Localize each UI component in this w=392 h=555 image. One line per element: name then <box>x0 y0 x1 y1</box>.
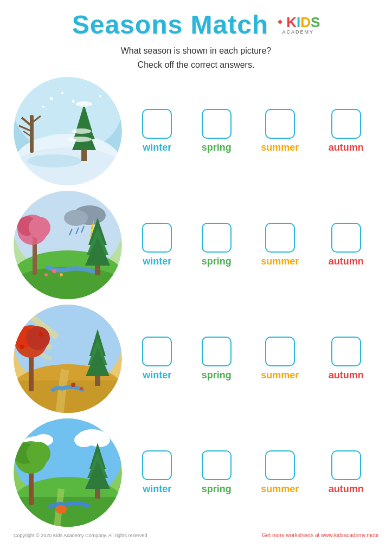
checkbox-summer-3[interactable] <box>265 337 295 366</box>
checkbox-summer-4[interactable] <box>265 450 295 480</box>
label-summer-4: summer <box>261 483 299 495</box>
svg-point-36 <box>52 269 56 273</box>
choice-summer-4: summer <box>261 450 299 495</box>
svg-point-18 <box>72 100 75 103</box>
svg-point-38 <box>44 273 48 276</box>
choice-spring-4: spring <box>202 450 232 495</box>
choice-autumn-3: autumn <box>329 337 364 381</box>
label-autumn-2: autumn <box>329 256 364 267</box>
choice-autumn-1: autumn <box>329 109 364 153</box>
page-title: Seasons Match <box>72 10 268 40</box>
checkbox-summer-2[interactable] <box>265 223 295 253</box>
scene-summer <box>14 418 122 527</box>
label-autumn-1: autumn <box>329 142 364 153</box>
logo-academy-text: ACADEMY <box>282 29 314 35</box>
choices-row-4: winter spring summer autumn <box>122 450 378 495</box>
season-row-3: winter spring summer autumn <box>11 305 381 413</box>
checkbox-spring-1[interactable] <box>202 109 232 139</box>
choice-winter-4: winter <box>142 450 172 495</box>
svg-point-54 <box>20 345 24 349</box>
subtitle: What season is shown in each picture? Ch… <box>11 44 381 72</box>
svg-point-17 <box>61 92 63 94</box>
choice-winter-2: winter <box>142 223 172 267</box>
checkbox-spring-3[interactable] <box>202 337 232 366</box>
season-row-2: winter spring summer autumn <box>11 191 381 299</box>
label-summer-2: summer <box>261 256 299 267</box>
svg-point-53 <box>26 326 50 350</box>
footer-website: Get more worksheets at www.kidsacademy.m… <box>262 532 378 538</box>
svg-point-13 <box>76 101 92 107</box>
label-summer-3: summer <box>261 370 299 381</box>
footer-copyright: Copyright © 2020 Kids Academy Company. A… <box>14 533 147 538</box>
choice-spring-2: spring <box>202 223 232 267</box>
logo: ✦ KIDS ACADEMY <box>276 15 320 35</box>
label-spring-1: spring <box>202 142 232 153</box>
svg-rect-59 <box>95 376 100 386</box>
label-winter-1: winter <box>143 142 171 153</box>
checkbox-summer-1[interactable] <box>265 109 295 139</box>
label-autumn-4: autumn <box>329 483 364 495</box>
checkbox-spring-2[interactable] <box>202 223 232 253</box>
label-winter-2: winter <box>143 256 171 267</box>
choice-autumn-2: autumn <box>329 223 364 267</box>
checkbox-winter-1[interactable] <box>142 109 172 139</box>
choice-winter-1: winter <box>142 109 172 153</box>
svg-point-20 <box>99 95 101 97</box>
checkbox-autumn-1[interactable] <box>331 109 361 139</box>
season-row-1: winter spring summer autumn <box>11 77 381 185</box>
checkbox-winter-3[interactable] <box>142 337 172 366</box>
choices-row-1: winter spring summer autumn <box>122 109 378 153</box>
label-spring-2: spring <box>202 256 232 267</box>
subtitle-line1: What season is shown in each picture? <box>121 46 271 55</box>
svg-rect-42 <box>95 266 100 275</box>
svg-rect-4 <box>30 115 34 153</box>
season-row-4: winter spring summer autumn <box>11 418 381 527</box>
svg-rect-12 <box>81 150 87 161</box>
svg-point-21 <box>27 154 81 167</box>
svg-point-15 <box>68 137 92 142</box>
svg-point-37 <box>60 273 63 276</box>
header: Seasons Match ✦ KIDS ACADEMY <box>11 10 381 40</box>
scene-autumn <box>14 305 122 413</box>
choice-summer-2: summer <box>261 223 299 267</box>
label-winter-3: winter <box>143 370 171 381</box>
svg-point-19 <box>42 106 44 108</box>
svg-point-14 <box>72 128 91 134</box>
checkbox-spring-4[interactable] <box>202 450 232 480</box>
svg-point-74 <box>27 442 50 466</box>
svg-rect-79 <box>95 489 100 499</box>
choice-spring-1: spring <box>202 109 232 153</box>
label-spring-3: spring <box>202 370 232 381</box>
choices-row-2: winter spring summer autumn <box>122 223 378 267</box>
svg-point-16 <box>50 97 53 100</box>
checkbox-winter-2[interactable] <box>142 223 172 253</box>
subtitle-line2: Check off the correct answers. <box>138 60 255 69</box>
choice-autumn-4: autumn <box>329 450 364 495</box>
checkbox-winter-4[interactable] <box>142 450 172 480</box>
svg-point-60 <box>71 383 75 387</box>
checkbox-autumn-3[interactable] <box>331 337 361 366</box>
checkbox-autumn-2[interactable] <box>331 223 361 253</box>
scene-spring <box>14 191 122 299</box>
logo-star-icon: ✦ <box>276 16 284 28</box>
choice-summer-1: summer <box>261 109 299 153</box>
choice-summer-3: summer <box>261 337 299 381</box>
svg-point-75 <box>56 505 67 514</box>
choice-winter-3: winter <box>142 337 172 381</box>
svg-point-35 <box>29 217 50 238</box>
label-autumn-3: autumn <box>329 370 364 381</box>
page: Seasons Match ✦ KIDS ACADEMY What season… <box>0 0 392 555</box>
checkbox-autumn-4[interactable] <box>331 450 361 480</box>
svg-point-25 <box>64 210 88 226</box>
label-summer-1: summer <box>261 142 299 153</box>
choices-row-3: winter spring summer autumn <box>122 337 378 381</box>
svg-point-61 <box>80 387 83 390</box>
svg-point-55 <box>38 332 43 337</box>
footer: Copyright © 2020 Kids Academy Company. A… <box>11 532 381 538</box>
scene-winter <box>14 77 122 185</box>
label-winter-4: winter <box>143 483 171 495</box>
label-spring-4: spring <box>202 483 232 495</box>
logo-kids-text: KIDS <box>286 15 320 29</box>
choice-spring-3: spring <box>202 337 232 381</box>
svg-point-66 <box>74 433 94 447</box>
